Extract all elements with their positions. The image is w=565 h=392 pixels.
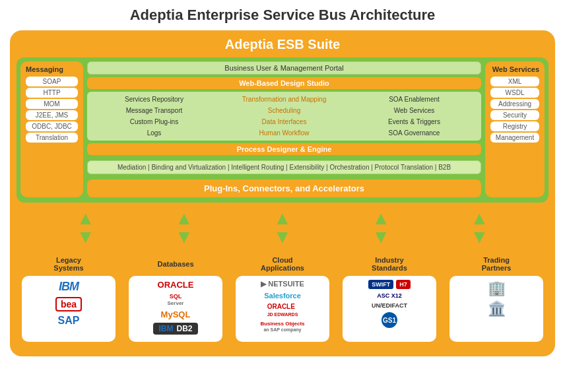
center-content: Business User & Management Portal Web-Ba… xyxy=(87,61,481,197)
plugins-bar: Plug-Ins, Connectors, and Accelerators xyxy=(87,180,481,197)
logo-ibm: IBM xyxy=(59,280,79,294)
gs1-badge: GS1 xyxy=(382,312,397,328)
databases-inner: ORACLE SQL Server MySQL IBM DB2 xyxy=(129,276,222,342)
databases-title: Databases xyxy=(157,255,193,273)
industry-standards-inner: SWIFT H7 ASC X12 UN/EDIFACT GS1 xyxy=(343,276,436,342)
messaging-item-http: HTTP xyxy=(26,88,78,98)
esb-inner-container: Messaging SOAP HTTP MOM J2EE, JMS ODBC, … xyxy=(17,57,548,203)
logo-oracle-jd: ORACLEJD EDWARDS xyxy=(267,303,298,317)
esb-suite-label: Adeptia ESB Suite xyxy=(17,37,548,52)
logo-oracle: ORACLE xyxy=(158,280,194,290)
arrows-row: ▲▼ ▲▼ ▲▼ ▲▼ ▲▼ xyxy=(17,207,548,249)
webservices-security: Security xyxy=(490,110,539,120)
messaging-item-soap: SOAP xyxy=(26,77,78,86)
logo-mysql: MySQL xyxy=(161,310,191,319)
service-logs: Logs xyxy=(90,128,218,138)
service-web-services: Web Services xyxy=(350,106,479,115)
service-scheduling: Scheduling xyxy=(220,106,349,115)
swift-hl7-row: SWIFT H7 xyxy=(368,280,411,289)
messaging-item-translation: Translation xyxy=(26,133,78,143)
logo-sap: SAP xyxy=(58,315,80,327)
databases-box: Databases ORACLE SQL Server MySQL IBM DB… xyxy=(125,250,226,348)
service-human-workflow: Human Workflow xyxy=(220,128,349,138)
logo-salesforce: Salesforce xyxy=(264,292,301,300)
service-events-triggers: Events & Triggers xyxy=(350,117,479,127)
cloud-applications-inner: ▶ NETSUITE Salesforce ORACLEJD EDWARDS B… xyxy=(236,276,329,342)
esb-outer-container: Adeptia ESB Suite Messaging SOAP HTTP MO… xyxy=(10,30,555,356)
service-transformation: Transformation and Mapping xyxy=(220,94,349,104)
service-services-repo: Services Repository xyxy=(90,94,218,104)
trading-partners-box: TradingPartners 🏢 🏛️ xyxy=(446,250,547,348)
industry-standards-title: IndustryStandards xyxy=(372,255,407,273)
arrow-databases: ▲▼ xyxy=(175,209,193,246)
unedifact-logo: UN/EDIFACT xyxy=(372,302,407,309)
trading-partners-inner: 🏢 🏛️ xyxy=(449,276,543,342)
page: Adeptia Enterprise Service Bus Architect… xyxy=(0,0,565,366)
process-bar: Process Designer & Engine xyxy=(87,143,481,155)
webservices-title: Web Services xyxy=(490,65,539,73)
webservices-management: Management xyxy=(490,133,539,143)
legacy-systems-title: LegacySystems xyxy=(53,255,83,273)
service-soa-enablement: SOA Enablement xyxy=(350,94,479,104)
ascx12-logo: ASC X12 xyxy=(377,292,402,299)
legacy-systems-inner: IBM bea SAP xyxy=(22,276,116,342)
arrow-legacy: ▲▼ xyxy=(77,209,95,246)
messaging-item-odbc: ODBC, JDBC xyxy=(26,121,78,131)
webservices-registry: Registry xyxy=(490,121,539,131)
webservices-xml: XML xyxy=(490,77,539,86)
messaging-box: Messaging SOAP HTTP MOM J2EE, JMS ODBC, … xyxy=(20,61,83,197)
webservices-addressing: Addressing xyxy=(490,99,539,109)
webservices-box: Web Services XML WSDL Addressing Securit… xyxy=(485,61,545,197)
service-custom-plugins: Custom Plug-ins xyxy=(90,117,218,127)
cloud-applications-title: CloudApplications xyxy=(261,255,304,273)
studio-bar: Web-Based Design Studio xyxy=(87,77,481,89)
service-soa-governance: SOA Governance xyxy=(350,128,479,138)
legacy-systems-box: LegacySystems IBM bea SAP xyxy=(18,250,119,348)
industry-standards-box: IndustryStandards SWIFT H7 ASC X12 UN/ED… xyxy=(339,250,440,348)
service-data-interfaces: Data Interfaces xyxy=(220,117,349,127)
logo-businessobjects: Business Objectsan SAP company xyxy=(260,321,304,333)
trading-partners-title: TradingPartners xyxy=(482,255,512,273)
swift-badge: SWIFT xyxy=(368,280,393,289)
arrow-cloud: ▲▼ xyxy=(273,209,292,246)
hl7-badge: H7 xyxy=(396,280,411,289)
portal-bar: Business User & Management Portal xyxy=(87,61,481,75)
service-message-transport: Message Transport xyxy=(90,106,218,115)
arrow-trading: ▲▼ xyxy=(470,209,488,246)
messaging-item-mom: MOM xyxy=(26,99,78,109)
logo-db2: IBM DB2 xyxy=(153,323,197,335)
bottom-boxes: LegacySystems IBM bea SAP Databases ORAC… xyxy=(17,250,548,348)
cloud-applications-box: CloudApplications ▶ NETSUITE Salesforce … xyxy=(232,250,333,348)
messaging-title: Messaging xyxy=(26,65,78,73)
logo-netsuite: ▶ NETSUITE xyxy=(261,280,304,288)
logo-bea: bea xyxy=(55,297,82,311)
webservices-wsdl: WSDL xyxy=(490,88,539,98)
messaging-item-j2ee: J2EE, JMS xyxy=(26,110,78,120)
mediation-bar: Mediation | Binding and Virtualization |… xyxy=(87,160,481,174)
building-icon-1: 🏢 xyxy=(488,280,506,297)
page-title: Adeptia Enterprise Service Bus Architect… xyxy=(10,7,555,24)
logo-sqlserver: SQL Server xyxy=(168,293,184,306)
arrow-industry: ▲▼ xyxy=(372,209,390,246)
building-icon-2: 🏛️ xyxy=(488,300,506,317)
services-grid: Services Repository Transformation and M… xyxy=(87,92,481,141)
